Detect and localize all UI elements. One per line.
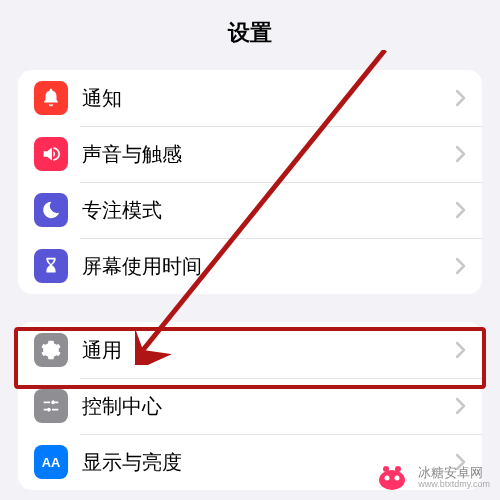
chevron-right-icon xyxy=(456,90,466,106)
chevron-right-icon xyxy=(456,202,466,218)
gear-icon xyxy=(34,333,68,367)
row-focus[interactable]: 专注模式 xyxy=(18,182,482,238)
row-display[interactable]: AA 显示与亮度 xyxy=(18,434,482,490)
chevron-right-icon xyxy=(456,342,466,358)
row-label: 通知 xyxy=(82,85,456,112)
sliders-icon xyxy=(34,389,68,423)
row-label: 控制中心 xyxy=(82,393,456,420)
page-title: 设置 xyxy=(0,18,500,48)
aa-icon: AA xyxy=(34,445,68,479)
bell-icon xyxy=(34,81,68,115)
row-general[interactable]: 通用 xyxy=(18,322,482,378)
svg-text:AA: AA xyxy=(42,455,61,470)
hourglass-icon xyxy=(34,249,68,283)
row-label: 专注模式 xyxy=(82,197,456,224)
row-label: 屏幕使用时间 xyxy=(82,253,456,280)
header: 设置 xyxy=(0,0,500,70)
row-screentime[interactable]: 屏幕使用时间 xyxy=(18,238,482,294)
moon-icon xyxy=(34,193,68,227)
chevron-right-icon xyxy=(456,258,466,274)
row-label: 通用 xyxy=(82,337,456,364)
row-label: 声音与触感 xyxy=(82,141,456,168)
row-control-center[interactable]: 控制中心 xyxy=(18,378,482,434)
settings-group-1: 通知 声音与触感 专注模式 屏幕使用时间 xyxy=(18,70,482,294)
chevron-right-icon xyxy=(456,454,466,470)
speaker-icon xyxy=(34,137,68,171)
row-label: 显示与亮度 xyxy=(82,449,456,476)
settings-group-2: 通用 控制中心 AA 显示与亮度 xyxy=(18,322,482,490)
chevron-right-icon xyxy=(456,146,466,162)
row-notifications[interactable]: 通知 xyxy=(18,70,482,126)
row-sounds[interactable]: 声音与触感 xyxy=(18,126,482,182)
chevron-right-icon xyxy=(456,398,466,414)
